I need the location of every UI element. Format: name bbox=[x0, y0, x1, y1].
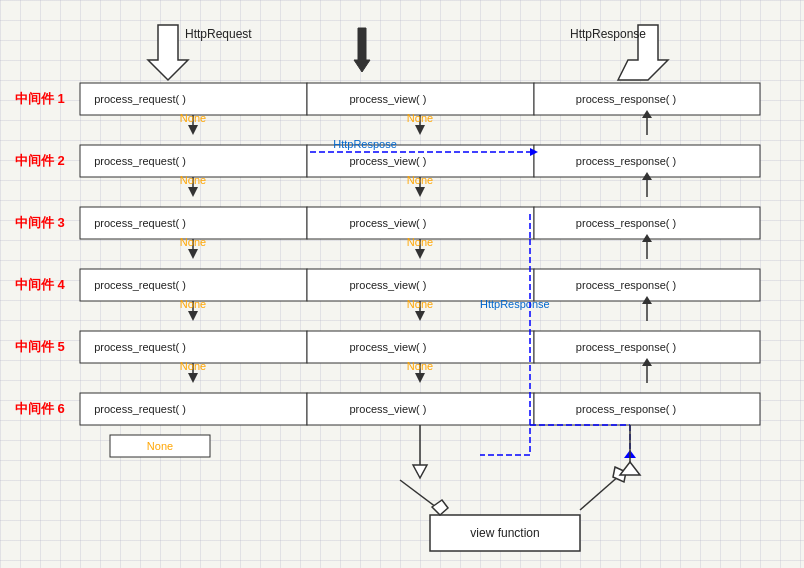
mw2-col3-box bbox=[534, 145, 760, 177]
mw6-label: 中间件 6 bbox=[15, 401, 65, 416]
mw2-col1-text: process_request( ) bbox=[94, 155, 186, 167]
mw4-col2-arrowhead bbox=[415, 311, 425, 321]
mw2-col2-text: process_view( ) bbox=[349, 155, 426, 167]
mw1-col1-text: process_request( ) bbox=[94, 93, 186, 105]
mw4-col2-text: process_view( ) bbox=[349, 279, 426, 291]
mw1-col2-arrowhead bbox=[415, 125, 425, 135]
mw4-none1: None bbox=[180, 298, 206, 310]
mw5-col1-text: process_request( ) bbox=[94, 341, 186, 353]
mw5-col3-text: process_response( ) bbox=[576, 341, 676, 353]
http-response-arrow bbox=[618, 25, 668, 80]
mw3-col1-arrowhead bbox=[188, 249, 198, 259]
mw6-col2-box bbox=[307, 393, 534, 425]
view-func-arrowhead-left bbox=[432, 500, 448, 515]
mw2-col3-text: process_response( ) bbox=[576, 155, 676, 167]
mw4-none2: None bbox=[407, 298, 433, 310]
mw5-col1-box bbox=[80, 331, 307, 363]
mw3-label: 中间件 3 bbox=[15, 215, 65, 230]
mw6-view-arrowhead bbox=[413, 465, 427, 478]
mw6-col3-text: process_response( ) bbox=[576, 403, 676, 415]
http-request-arrow bbox=[148, 25, 188, 80]
mw1-col3-box bbox=[534, 83, 760, 115]
view-func-arrow-right bbox=[580, 475, 620, 510]
mw3-col1-text: process_request( ) bbox=[94, 217, 186, 229]
mw3-col2-text: process_view( ) bbox=[349, 217, 426, 229]
mw2-col2-box bbox=[307, 145, 534, 177]
mw6-col3-box bbox=[534, 393, 760, 425]
blue-arrowhead-up bbox=[624, 450, 636, 458]
view-function-text: view function bbox=[470, 526, 539, 540]
mw4-col2-box bbox=[307, 269, 534, 301]
mw3-col2-box bbox=[307, 207, 534, 239]
mw1-col1-box bbox=[80, 83, 307, 115]
mw4-col1-text: process_request( ) bbox=[94, 279, 186, 291]
mw4-label: 中间件 4 bbox=[15, 277, 66, 292]
mw1-col3-text: process_response( ) bbox=[576, 93, 676, 105]
mw4-col3-text: process_response( ) bbox=[576, 279, 676, 291]
mw1-col3-arrowhead bbox=[642, 110, 652, 118]
mw4-col1-arrowhead bbox=[188, 311, 198, 321]
http-response-label: HttpResponse bbox=[570, 27, 646, 41]
blue-arrowhead-row2 bbox=[530, 148, 538, 156]
mw3-none1: None bbox=[180, 236, 206, 248]
mw3-none2: None bbox=[407, 236, 433, 248]
view-function-box bbox=[430, 515, 580, 551]
mw2-col3-arrowhead bbox=[642, 172, 652, 180]
mw4-col1-box bbox=[80, 269, 307, 301]
mw5-col2-text: process_view( ) bbox=[349, 341, 426, 353]
flow-diagram: HttpRequest HttpResponse process_request… bbox=[10, 10, 794, 558]
view-func-arrowhead-right bbox=[613, 467, 626, 482]
mw2-col1-box bbox=[80, 145, 307, 177]
mw5-none2: None bbox=[407, 360, 433, 372]
mw5-col1-arrowhead bbox=[188, 373, 198, 383]
process-view-top-arrow bbox=[354, 28, 370, 72]
mw2-none2: None bbox=[407, 174, 433, 186]
mw3-col2-arrowhead bbox=[415, 249, 425, 259]
mw5-label: 中间件 5 bbox=[15, 339, 65, 354]
http-response-blue2: HttpResponse bbox=[480, 298, 550, 310]
mw1-col2-box bbox=[307, 83, 534, 115]
mw2-col1-arrowhead bbox=[188, 187, 198, 197]
bottom-none-box bbox=[110, 435, 210, 457]
mw2-none1: None bbox=[180, 174, 206, 186]
mw1-label: 中间件 1 bbox=[15, 91, 65, 106]
mw5-col2-box bbox=[307, 331, 534, 363]
return-arrowhead-right bbox=[620, 462, 640, 475]
mw5-col2-arrowhead bbox=[415, 373, 425, 383]
http-response-blue1: HttpRespose bbox=[333, 138, 397, 150]
mw6-col1-text: process_request( ) bbox=[94, 403, 186, 415]
diagram-container: HttpRequest HttpResponse process_request… bbox=[10, 10, 794, 558]
mw6-col1-box bbox=[80, 393, 307, 425]
mw3-col3-text: process_response( ) bbox=[576, 217, 676, 229]
mw3-col1-box bbox=[80, 207, 307, 239]
mw3-col3-arrowhead bbox=[642, 234, 652, 242]
bottom-none-text: None bbox=[147, 440, 173, 452]
mw4-col3-box bbox=[534, 269, 760, 301]
mw5-col3-box bbox=[534, 331, 760, 363]
mw4-col3-arrowhead bbox=[642, 296, 652, 304]
mw3-col3-box bbox=[534, 207, 760, 239]
http-request-label: HttpRequest bbox=[185, 27, 252, 41]
mw2-col2-arrowhead bbox=[415, 187, 425, 197]
mw1-col1-arrowhead bbox=[188, 125, 198, 135]
mw1-col2-text: process_view( ) bbox=[349, 93, 426, 105]
mw1-none1: None bbox=[180, 112, 206, 124]
mw5-none1: None bbox=[180, 360, 206, 372]
mw2-label: 中间件 2 bbox=[15, 153, 65, 168]
view-func-arrow-left bbox=[400, 480, 440, 510]
mw1-none2: None bbox=[407, 112, 433, 124]
mw5-col3-arrowhead bbox=[642, 358, 652, 366]
mw6-col2-text: process_view( ) bbox=[349, 403, 426, 415]
